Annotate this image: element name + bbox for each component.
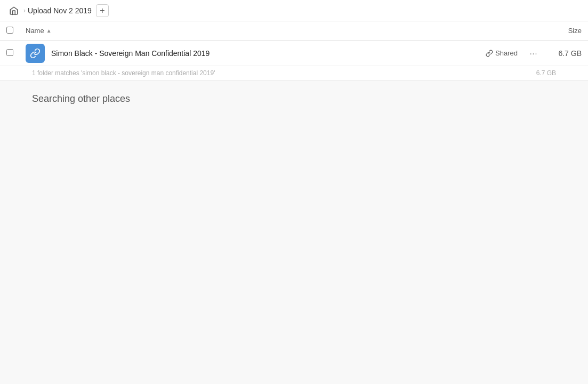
- home-button[interactable]: [6, 3, 21, 18]
- match-size: 6.7 GB: [536, 69, 556, 77]
- column-header-row: Name ▲ Size: [0, 21, 588, 41]
- more-options-button[interactable]: ···: [526, 46, 541, 61]
- match-info-text: 1 folder matches 'simon black - sovereig…: [32, 69, 536, 77]
- match-info-row: 1 folder matches 'simon black - sovereig…: [0, 66, 588, 81]
- home-icon: [9, 6, 19, 15]
- searching-section: Searching other places: [0, 81, 588, 117]
- folder-link-icon: [30, 48, 41, 59]
- add-button[interactable]: +: [96, 4, 109, 17]
- file-size: 6.7 GB: [550, 49, 582, 58]
- row-checkbox[interactable]: [6, 49, 19, 58]
- file-row[interactable]: Simon Black - Sovereign Man Confidential…: [0, 41, 588, 66]
- shared-badge: Shared: [486, 49, 518, 57]
- select-all-checkbox[interactable]: [6, 27, 19, 35]
- breadcrumb-title: Upload Nov 2 2019: [28, 6, 92, 15]
- size-column-header: Size: [539, 27, 582, 35]
- header-bar: › Upload Nov 2 2019 +: [0, 0, 588, 21]
- file-name: Simon Black - Sovereign Man Confidential…: [51, 49, 486, 58]
- searching-label: Searching other places: [32, 93, 130, 104]
- link-icon: [486, 50, 493, 57]
- breadcrumb-separator: ›: [23, 7, 26, 14]
- name-column-header[interactable]: Name ▲: [26, 27, 539, 35]
- file-icon: [26, 44, 45, 63]
- shared-label: Shared: [495, 49, 518, 57]
